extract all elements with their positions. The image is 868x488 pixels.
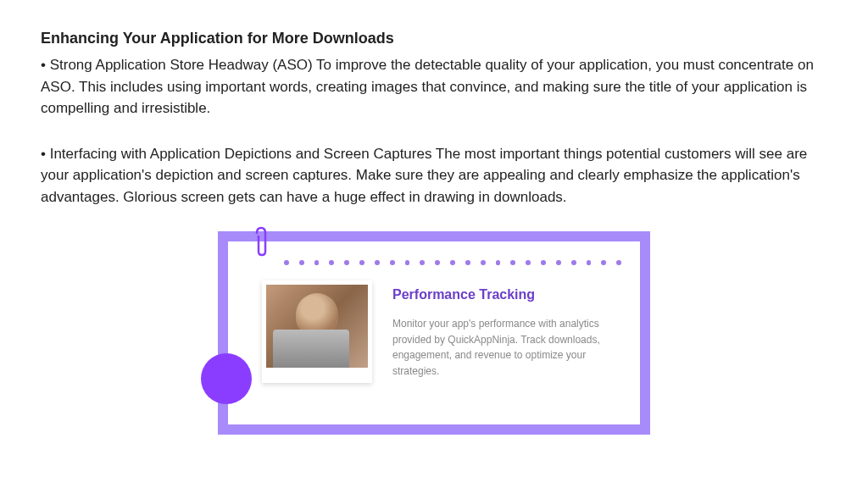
card-text-block: Performance Tracking Monitor your app's … xyxy=(392,280,621,379)
dot xyxy=(375,260,380,265)
card-body: Performance Tracking Monitor your app's … xyxy=(247,280,621,383)
page-heading: Enhancing Your Application for More Down… xyxy=(41,30,827,47)
promo-card: Performance Tracking Monitor your app's … xyxy=(218,231,650,435)
dot xyxy=(587,260,592,265)
dot xyxy=(510,260,515,265)
dot xyxy=(314,260,320,265)
paragraph-1: • Strong Application Store Headway (ASO)… xyxy=(41,54,827,119)
dotted-divider xyxy=(247,258,621,265)
dot xyxy=(450,260,455,265)
dot xyxy=(405,260,410,265)
decorative-circle xyxy=(201,353,252,404)
dot xyxy=(616,260,621,265)
card-inner: Performance Tracking Monitor your app's … xyxy=(228,241,640,424)
dot xyxy=(465,260,470,265)
dot xyxy=(420,260,425,265)
dot xyxy=(571,260,576,265)
paragraph-2: • Interfacing with Application Depiction… xyxy=(41,143,827,208)
dot xyxy=(541,260,546,265)
dot xyxy=(601,260,606,265)
card-description: Monitor your app's performance with anal… xyxy=(392,316,613,379)
dot xyxy=(556,260,561,265)
photo-frame xyxy=(262,280,372,383)
dot xyxy=(496,260,501,265)
dot xyxy=(481,260,486,265)
card-container: Performance Tracking Monitor your app's … xyxy=(41,231,827,435)
dot xyxy=(526,260,531,265)
dot xyxy=(435,260,440,265)
laptop-person-photo xyxy=(266,285,368,368)
dot xyxy=(284,260,289,265)
dot xyxy=(344,260,349,265)
card-title: Performance Tracking xyxy=(392,287,621,302)
dot xyxy=(329,260,334,265)
dot xyxy=(390,260,395,265)
dot xyxy=(299,260,304,265)
paperclip-icon xyxy=(252,226,270,260)
dot xyxy=(359,260,364,265)
